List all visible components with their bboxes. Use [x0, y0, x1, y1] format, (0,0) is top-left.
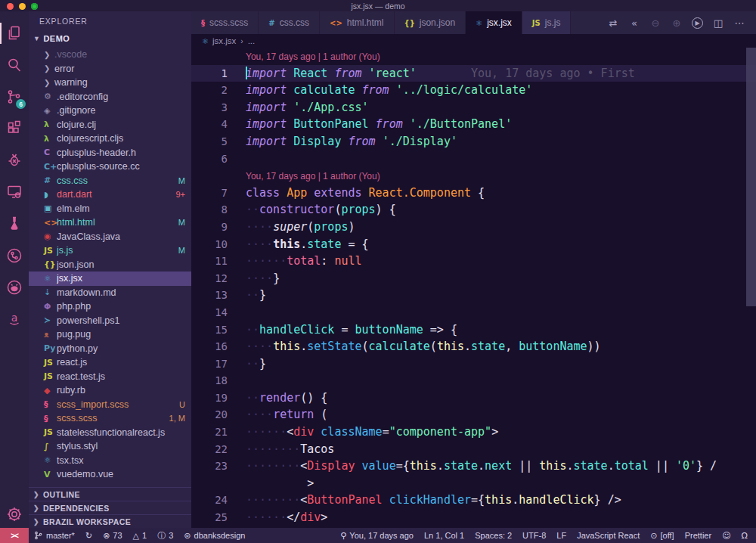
file-name: react.js [57, 357, 185, 368]
code-text: class App extends React.Component { [228, 185, 485, 202]
codelens-annotation[interactable]: You, 17 days ago | 1 author (You) [191, 167, 756, 185]
minimize-window-icon[interactable] [19, 3, 26, 10]
tab-scss.scss[interactable]: §scss.scss [191, 11, 259, 34]
file-item-warning[interactable]: ❯warning [29, 76, 191, 90]
status-cursor-position[interactable]: Ln 1, Col 1 [419, 528, 469, 543]
file-item-react.test.js[interactable]: JSreact.test.js [29, 370, 191, 384]
settings-gear-icon[interactable] [0, 505, 29, 523]
tab-html.html[interactable]: <>html.html [320, 11, 394, 34]
status-infos[interactable]: ⓘ3 [152, 528, 178, 543]
file-item-php.php[interactable]: Φphp.php [29, 299, 191, 314]
file-item-JavaClass.java[interactable]: ◉JavaClass.java [29, 230, 191, 244]
file-item-js.js[interactable]: JSjs.jsM [29, 244, 191, 258]
status-github-account[interactable]: ⊚dbanksdesign [178, 528, 250, 543]
debug-icon[interactable] [3, 144, 26, 176]
breadcrumb[interactable]: ⚛ jsx.jsx › ... [191, 34, 756, 48]
file-type-icon: # [268, 19, 274, 27]
file-item-cplusplus-header.h[interactable]: Ccplusplus-header.h [29, 146, 191, 160]
source-control-icon[interactable]: 6 [3, 81, 26, 113]
sidebar-section-outline[interactable]: ❯OUTLINE [29, 487, 191, 501]
file-item-powershell.ps1[interactable]: ≻powershell.ps1 [29, 314, 191, 328]
file-item-css.css[interactable]: #css.cssM [29, 174, 191, 188]
split-editor-icon[interactable]: ◫ [709, 14, 727, 32]
file-item-scss_import.scss[interactable]: §scss_import.scssU [29, 398, 191, 412]
file-item-scss.scss[interactable]: §scss.scss1, M [29, 411, 191, 426]
code-line-25: 25······</div> [191, 509, 756, 526]
explorer-header: EXPLORER [29, 11, 191, 31]
status-language-mode[interactable]: JavaScript React [572, 528, 645, 543]
file-item-error[interactable]: ❯error [29, 62, 191, 76]
file-type-icon: V [44, 470, 57, 478]
aws-icon[interactable]: a [3, 303, 26, 335]
file-item-ruby.rb[interactable]: ◆ruby.rb [29, 383, 191, 398]
back-icon[interactable]: « [625, 14, 643, 32]
file-item-jsx.jsx[interactable]: ⚛jsx.jsx [29, 272, 191, 286]
status-warnings[interactable]: △1 [128, 528, 153, 543]
status-encoding[interactable]: UTF-8 [517, 528, 551, 543]
remote-indicator[interactable]: >< [0, 528, 29, 543]
editor-scrollbar[interactable] [746, 48, 756, 306]
codelens-annotation[interactable]: You, 17 days ago | 1 author (You) [191, 48, 756, 65]
folder-root-demo[interactable]: ▼ DEMO [29, 31, 191, 46]
screencast-mode-icon: ⊙ [650, 531, 657, 541]
file-item-.vscode[interactable]: ❯.vscode [29, 48, 191, 62]
file-item-clojurescript.cljs[interactable]: λclojurescript.cljs [29, 132, 191, 146]
more-actions-icon[interactable]: ⋯ [730, 14, 748, 32]
next-change-icon[interactable]: ⊕ [668, 14, 686, 32]
file-item-markdown.md[interactable]: ⇣markdown.md [29, 286, 191, 300]
status-formatter[interactable]: Prettier [680, 528, 717, 543]
tab-json.json[interactable]: {}json.json [395, 11, 466, 34]
remote-explorer-icon[interactable] [3, 176, 26, 208]
file-item-html.html[interactable]: <>html.htmlM [29, 216, 191, 230]
file-item-elm.elm[interactable]: ▣elm.elm [29, 202, 191, 216]
status-sync[interactable]: ↻ [80, 528, 98, 543]
file-item-python.py[interactable]: Pypython.py [29, 342, 191, 356]
file-item-json.json[interactable]: {}json.json [29, 258, 191, 272]
file-item-cplusplus-source.cc[interactable]: C+cplusplus-source.cc [29, 160, 191, 174]
file-item-.editorconfig[interactable]: ⚙.editorconfig [29, 90, 191, 104]
status-notifications-bell[interactable]: Ω [736, 528, 753, 543]
sidebar-section-dependencies[interactable]: ❯DEPENDENCIES [29, 501, 191, 514]
status-last-commit[interactable]: ⚲You, 17 days ago [335, 528, 419, 543]
file-name: clojure.clj [57, 119, 185, 130]
code-editor[interactable]: You, 17 days ago | 1 author (You)1import… [191, 48, 756, 528]
run-code-icon[interactable]: ▶ [692, 17, 703, 29]
code-line-13: 13··} [191, 287, 756, 304]
test-flask-icon[interactable] [3, 208, 26, 240]
status-git-branch[interactable]: master* [29, 528, 80, 543]
file-item-tsx.tsx[interactable]: ⚛tsx.tsx [29, 454, 191, 468]
status-eol[interactable]: LF [551, 528, 572, 543]
close-window-icon[interactable] [7, 3, 14, 10]
file-item-pug.pug[interactable]: ᴥpug.pug [29, 327, 191, 342]
file-item-dart.dart[interactable]: ◗dart.dart9+ [29, 188, 191, 202]
explorer-icon[interactable] [3, 17, 26, 49]
file-item-clojure.clj[interactable]: λclojure.clj [29, 118, 191, 132]
zoom-window-icon[interactable] [31, 3, 38, 10]
status-indentation[interactable]: Spaces: 2 [469, 528, 517, 543]
code-text: ··render() { [228, 389, 327, 407]
status-screencast-mode[interactable]: ⊙[off] [645, 528, 679, 543]
file-name: .gitignore [57, 105, 185, 116]
open-changes-icon[interactable]: ⇄ [604, 14, 622, 32]
sidebar-section-brazil-workspace[interactable]: ❯BRAZIL WORKSPACE [29, 514, 191, 528]
github-icon[interactable] [3, 272, 26, 303]
file-name: error [54, 64, 185, 74]
extensions-icon[interactable] [3, 113, 26, 144]
previous-change-icon[interactable]: ⊖ [646, 14, 665, 32]
file-item-stylus.styl[interactable]: ∫stylus.styl [29, 439, 191, 454]
search-icon[interactable] [3, 49, 26, 81]
breadcrumb-more[interactable]: ... [248, 36, 256, 45]
file-item-.gitignore[interactable]: ◈.gitignore [29, 104, 191, 118]
traffic-lights[interactable] [7, 3, 38, 10]
status-errors[interactable]: ⊗73 [98, 528, 127, 543]
tab-css.css[interactable]: #css.css [259, 11, 320, 34]
file-item-react.js[interactable]: JSreact.js [29, 355, 191, 370]
tab-jsx.jsx[interactable]: ⚛jsx.jsx [466, 11, 522, 34]
tab-js.js[interactable]: JSjs.js [522, 11, 572, 34]
breadcrumb-file[interactable]: jsx.jsx [212, 36, 236, 45]
file-item-statelessfunctionalreact.js[interactable]: JSstatelessfunctionalreact.js [29, 426, 191, 440]
file-item-vuedemo.vue[interactable]: Vvuedemo.vue [29, 467, 191, 478]
status-feedback[interactable]: ☺ [717, 528, 736, 543]
code-text: import calculate from '../logic/calculat… [228, 82, 532, 99]
code-tour-icon[interactable] [3, 240, 26, 272]
